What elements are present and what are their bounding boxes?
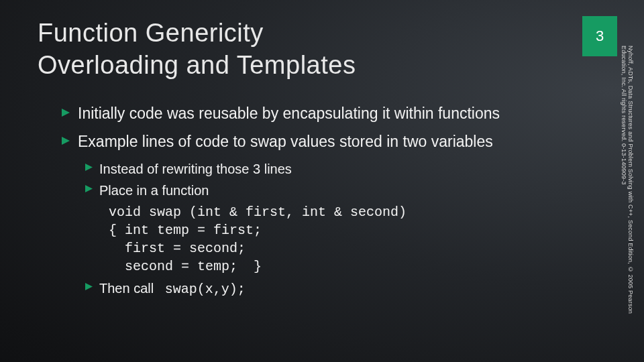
svg-marker-3 — [85, 185, 93, 192]
page-number-badge: 3 — [582, 16, 617, 56]
bullet-level2: Then call swap(x,y); — [85, 280, 597, 298]
bullet-level1: Initially code was reusable by encapsula… — [60, 104, 597, 124]
sub-bullets: Instead of rewriting those 3 lines Place… — [85, 160, 597, 298]
slide-title: Function Genericity Overloading and Temp… — [38, 17, 356, 81]
citation-sidebar: Nyhoff, ADTs, Data Structures and Proble… — [620, 46, 633, 341]
bullet-text: Place in a function — [99, 182, 597, 199]
svg-marker-4 — [85, 283, 93, 290]
svg-marker-0 — [62, 109, 70, 117]
page-number: 3 — [596, 27, 604, 45]
bullet-level1: Example lines of code to swap values sto… — [60, 132, 597, 152]
bullet-arrow-icon — [85, 163, 93, 178]
bullet-arrow-icon — [85, 184, 93, 199]
title-line-1: Function Genericity — [38, 19, 264, 47]
bullet-arrow-icon — [60, 135, 71, 152]
bullet-level2: Place in a function — [85, 182, 597, 199]
code-swap-definition: void swap (int & first, int & second) { … — [109, 203, 597, 276]
bullet-text: Example lines of code to swap values sto… — [78, 132, 597, 152]
bullet-text: Then call swap(x,y); — [99, 280, 597, 298]
svg-marker-1 — [62, 137, 70, 145]
bullet-text: Initially code was reusable by encapsula… — [78, 104, 597, 124]
title-line-2: Overloading and Templates — [38, 51, 356, 79]
bullet-text: Instead of rewriting those 3 lines — [99, 160, 597, 178]
bullet-arrow-icon — [85, 282, 93, 298]
slide-body: Initially code was reusable by encapsula… — [60, 104, 597, 302]
svg-marker-2 — [85, 164, 93, 171]
bullet-level2: Instead of rewriting those 3 lines — [85, 160, 597, 178]
code-swap-call: swap(x,y); — [165, 282, 246, 297]
then-call-label: Then call — [99, 281, 154, 296]
slide: 3 Function Genericity Overloading and Te… — [0, 0, 644, 362]
bullet-arrow-icon — [60, 107, 71, 124]
